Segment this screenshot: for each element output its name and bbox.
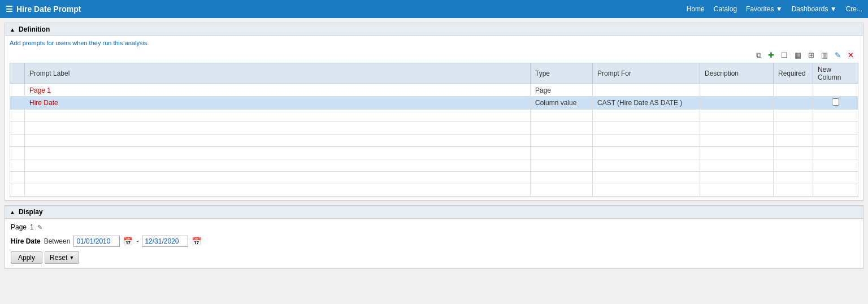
required-cell bbox=[774, 97, 813, 110]
table-row-empty bbox=[10, 159, 858, 172]
col-header-prompt-for: Prompt For bbox=[593, 63, 700, 84]
prompt-label-cell: Hire Date bbox=[25, 97, 531, 110]
col2-button[interactable]: ⊞ bbox=[806, 50, 817, 60]
calendar-to-icon[interactable]: 📅 bbox=[192, 237, 201, 246]
menu-icon[interactable]: ☰ bbox=[6, 5, 13, 14]
add-button[interactable]: ✚ bbox=[766, 50, 776, 60]
page-edit-icon[interactable]: ✎ bbox=[37, 224, 42, 231]
duplicate-button[interactable]: ❑ bbox=[779, 50, 790, 60]
display-section: ▲ Display Page 1 ✎ Hire Date Between 📅 -… bbox=[5, 205, 863, 269]
date-to-input[interactable] bbox=[142, 236, 188, 247]
dashboards-link[interactable]: Dashboards ▼ bbox=[792, 5, 837, 13]
prompt-label-cell: Page 1 bbox=[25, 84, 531, 97]
catalog-link[interactable]: Catalog bbox=[714, 5, 737, 13]
reset-button[interactable]: Reset ▼ bbox=[45, 251, 79, 264]
prompt-for-cell bbox=[593, 84, 700, 97]
home-link[interactable]: Home bbox=[687, 5, 705, 13]
action-buttons: Apply Reset ▼ bbox=[11, 251, 857, 264]
description-cell bbox=[700, 97, 774, 110]
prompt-for-cell: CAST (Hire Date AS DATE ) bbox=[593, 97, 700, 110]
app-title-area: ☰ Hire Date Prompt bbox=[6, 5, 687, 14]
type-cell: Page bbox=[531, 84, 593, 97]
date-separator: - bbox=[136, 237, 138, 245]
row-num bbox=[10, 84, 25, 97]
display-body: Page 1 ✎ Hire Date Between 📅 - 📅 Apply R… bbox=[5, 219, 863, 268]
new-column-cell bbox=[813, 84, 858, 97]
page-label: Page bbox=[11, 223, 27, 231]
date-from-input[interactable] bbox=[73, 236, 120, 247]
col1-button[interactable]: ▦ bbox=[792, 50, 804, 60]
col-header-num bbox=[10, 63, 25, 84]
table-row-empty bbox=[10, 172, 858, 184]
page-number: 1 bbox=[30, 223, 34, 231]
copy-button[interactable]: ⧉ bbox=[754, 50, 763, 60]
definition-collapse-arrow[interactable]: ▲ bbox=[10, 27, 15, 33]
table-row-empty bbox=[10, 134, 858, 147]
required-cell bbox=[774, 84, 813, 97]
col-header-type: Type bbox=[531, 63, 593, 84]
col-header-prompt-label: Prompt Label bbox=[25, 63, 531, 84]
page-line: Page 1 ✎ bbox=[11, 223, 857, 231]
definition-title: Definition bbox=[19, 25, 50, 33]
display-collapse-arrow[interactable]: ▲ bbox=[10, 209, 15, 215]
new-column-checkbox[interactable] bbox=[832, 98, 839, 106]
hire-date-label: Hire Date bbox=[11, 237, 41, 245]
col-header-required: Required bbox=[774, 63, 813, 84]
table-row-empty bbox=[10, 110, 858, 122]
row-num bbox=[10, 97, 25, 110]
new-column-cell[interactable] bbox=[813, 97, 858, 110]
main-content: ▲ Definition Add prompts for users when … bbox=[0, 18, 868, 278]
top-navigation: ☰ Hire Date Prompt Home Catalog Favorite… bbox=[0, 0, 868, 18]
definition-header: ▲ Definition bbox=[5, 23, 863, 36]
table-row[interactable]: Page 1 Page bbox=[10, 84, 858, 97]
delete-button[interactable]: ✕ bbox=[845, 50, 856, 60]
table-row-empty bbox=[10, 122, 858, 134]
table-row-empty bbox=[10, 147, 858, 159]
between-label: Between bbox=[44, 237, 71, 245]
app-title: Hire Date Prompt bbox=[16, 5, 81, 14]
col-header-description: Description bbox=[700, 63, 774, 84]
type-cell: Column value bbox=[531, 97, 593, 110]
prompt-table: Prompt Label Type Prompt For Description… bbox=[10, 63, 858, 197]
favorites-dropdown-arrow: ▼ bbox=[776, 5, 783, 13]
reset-dropdown-arrow: ▼ bbox=[69, 255, 74, 260]
create-link[interactable]: Cre... bbox=[846, 5, 862, 13]
calendar-from-icon[interactable]: 📅 bbox=[123, 237, 133, 246]
col3-button[interactable]: ▥ bbox=[819, 50, 830, 60]
definition-toolbar: ⧉ ✚ ❑ ▦ ⊞ ▥ ✎ ✕ bbox=[10, 50, 858, 60]
favorites-link[interactable]: Favorites ▼ bbox=[746, 5, 783, 13]
edit-button[interactable]: ✎ bbox=[832, 50, 843, 60]
table-row-empty bbox=[10, 184, 858, 197]
display-header: ▲ Display bbox=[5, 206, 863, 219]
definition-description: Add prompts for users when they run this… bbox=[10, 40, 858, 46]
description-cell bbox=[700, 84, 774, 97]
definition-section: ▲ Definition Add prompts for users when … bbox=[5, 23, 863, 201]
display-title: Display bbox=[19, 208, 43, 216]
dashboards-dropdown-arrow: ▼ bbox=[830, 5, 837, 13]
topnav-links: Home Catalog Favorites ▼ Dashboards ▼ Cr… bbox=[687, 5, 862, 13]
col-header-new-column: New Column bbox=[813, 63, 858, 84]
definition-body: Add prompts for users when they run this… bbox=[5, 36, 863, 200]
hire-date-filter: Hire Date Between 📅 - 📅 bbox=[11, 236, 857, 247]
table-row[interactable]: Hire Date Column value CAST (Hire Date A… bbox=[10, 97, 858, 110]
apply-button[interactable]: Apply bbox=[11, 251, 42, 264]
